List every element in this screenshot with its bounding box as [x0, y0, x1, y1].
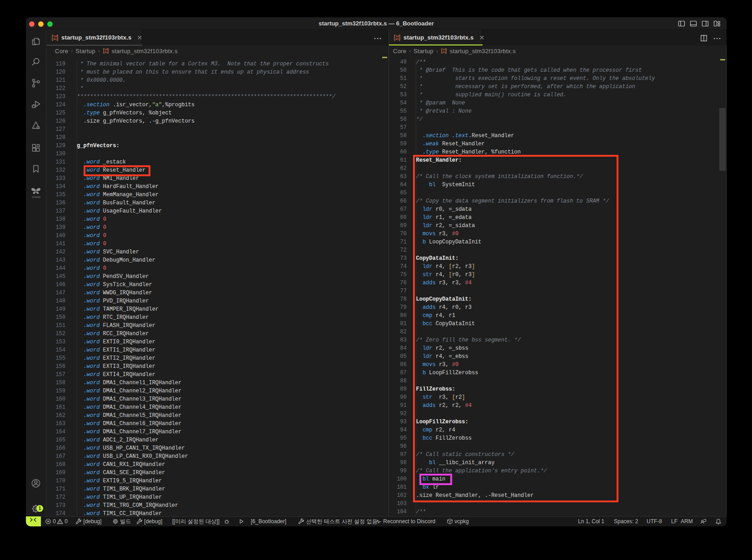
- svg-text:01: 01: [105, 51, 108, 54]
- svg-text:01: 01: [443, 51, 446, 54]
- svg-text:01: 01: [396, 38, 399, 41]
- svg-text:01: 01: [54, 38, 57, 41]
